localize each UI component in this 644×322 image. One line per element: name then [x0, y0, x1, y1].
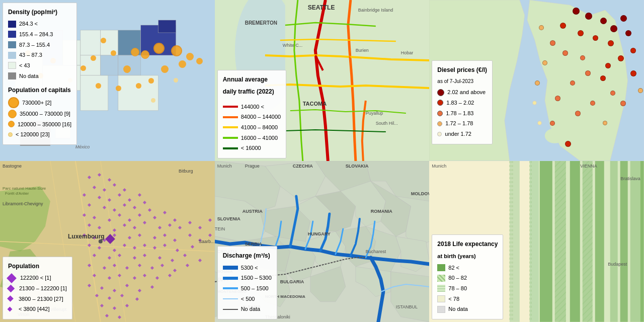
population-label-2: 21300 – 122200 [1] — [19, 284, 67, 293]
burien-label: Burien — [356, 48, 369, 53]
diamond-marker — [108, 296, 111, 300]
capitals-legend-title: Population of capitals — [8, 85, 71, 95]
diamond-marker — [103, 266, 106, 270]
luxembourg-city-label: Luxembourg — [68, 233, 105, 240]
density-legend-item-2: 155.4 – 284.3 — [8, 30, 71, 39]
diesel-dot — [610, 25, 617, 32]
diamond-marker — [113, 233, 116, 237]
diesel-dot — [593, 35, 598, 41]
density-legend-item-3: 87.3 – 155.4 — [8, 40, 71, 50]
diesel-dot — [560, 23, 566, 29]
capitals-label-3: 120000 – 350000 [16] — [18, 120, 71, 129]
munich-label: Munich — [217, 164, 232, 169]
traffic-swatch-2 — [223, 116, 238, 118]
diamond-marker — [108, 256, 111, 260]
svg-rect-36 — [540, 161, 552, 322]
traffic-label-2: 84000 – 144000 — [241, 112, 281, 122]
diamond-marker — [158, 226, 162, 229]
discharge-item-1: 5300 < — [223, 263, 272, 273]
diamond-marker — [148, 208, 151, 212]
diesel-dot — [610, 91, 615, 96]
diamond-marker — [98, 226, 101, 229]
capitals-legend-item-3: 120000 – 350000 [16] — [8, 120, 71, 129]
population-diamond-3 — [7, 296, 14, 302]
diamond-marker — [158, 256, 162, 260]
bastogne-label: Bastogne — [3, 164, 22, 169]
lifeexp-label-3: 78 – 80 — [448, 284, 467, 293]
diesel-dot — [620, 15, 627, 22]
population-legend-title: Population — [8, 261, 67, 271]
panel-river-discharge: Prague CZECHIA SLOVAKIA AUSTRIA HUNGARY … — [215, 161, 430, 322]
diamond-marker — [168, 223, 172, 227]
population-item-2: 21300 – 122200 [1] — [8, 284, 67, 293]
diamond-marker — [113, 183, 116, 187]
diamond-marker — [153, 216, 156, 219]
diesel-dot — [580, 55, 585, 60]
diamond-marker — [108, 276, 111, 280]
czechia-label: CZECHIA — [293, 164, 313, 169]
diesel-dot — [555, 96, 560, 101]
diamond-marker — [88, 264, 91, 267]
diamond-marker — [88, 284, 91, 287]
diesel-item-3: 1.78 – 1.83 — [437, 109, 487, 118]
whitecenter-label: White C... — [283, 43, 303, 48]
slovakia-label: SLOVAKIA — [346, 164, 369, 169]
diamond-marker — [143, 244, 146, 247]
svg-rect-42 — [610, 161, 618, 322]
capital-swatch-4 — [8, 132, 13, 137]
diamond-marker — [173, 238, 177, 242]
bulgaria-label: BULGARIA — [280, 279, 304, 284]
diamond-marker — [123, 188, 126, 192]
diamond-marker — [133, 276, 136, 280]
diamond-marker — [118, 274, 121, 277]
population-item-1: 122200 < [1] — [8, 273, 67, 283]
diesel-dot — [537, 121, 542, 125]
diesel-dot — [585, 70, 591, 76]
traffic-item-4: 16000 – 41000 — [223, 133, 281, 143]
traffic-label-5: < 16000 — [241, 143, 261, 153]
svg-rect-53 — [583, 161, 593, 322]
diesel-legend: Diesel prices (€/l) as of 7-Jul-2023 2.0… — [432, 60, 493, 144]
diamond-marker — [198, 226, 202, 229]
density-swatch-1 — [8, 21, 16, 28]
diamond-marker — [138, 193, 141, 197]
discharge-item-5: No data — [223, 304, 272, 314]
foretnaturel-label: Forêt d'Anlier — [5, 191, 29, 196]
diesel-legend-title: Diesel prices (€/l) — [437, 65, 487, 75]
diamond-marker — [98, 246, 101, 250]
p6-bratislava-label: Bratislava — [620, 176, 640, 181]
p6-munich-label: Munich — [432, 164, 446, 169]
lifeexp-item-2: 80 – 82 — [437, 273, 498, 283]
diamond-marker — [123, 223, 126, 227]
population-label-3: 3800 – 21300 [27] — [19, 294, 63, 304]
hungary-label: HUNGARY — [308, 231, 331, 236]
discharge-swatch-2 — [223, 277, 238, 280]
diesel-swatch-5 — [437, 132, 442, 136]
diamond-marker — [143, 274, 146, 277]
diamond-marker — [113, 249, 116, 252]
traffic-label-1: 144000 < — [241, 102, 264, 112]
diamond-marker — [138, 289, 141, 292]
diesel-dot — [565, 141, 571, 147]
traffic-item-5: < 16000 — [223, 143, 281, 153]
diamond-marker — [88, 176, 91, 179]
discharge-item-3: 500 – 1500 — [223, 284, 272, 293]
diamond-marker — [125, 284, 129, 287]
population-label-1: 122200 < [1] — [20, 273, 51, 283]
diesel-dot — [600, 75, 606, 81]
austria-label: AUSTRIA — [243, 209, 263, 214]
diesel-dot — [578, 30, 584, 36]
density-legend-title: Density (pop/mi²) — [8, 7, 71, 17]
diamond-marker — [113, 208, 116, 212]
diamond-marker — [135, 297, 139, 301]
svg-rect-38 — [595, 161, 604, 322]
capitals-label-1: 730000+ [2] — [22, 98, 51, 108]
lifeexp-legend-title: 2018 Life expectancy — [437, 239, 498, 249]
traffic-swatch-5 — [223, 147, 238, 149]
capital-swatch-1 — [8, 97, 19, 108]
diamond-marker — [173, 269, 177, 272]
population-item-3: 3800 – 21300 [27] — [8, 294, 67, 304]
capitals-label-2: 350000 – 730000 [9] — [20, 109, 70, 119]
diamond-marker — [88, 203, 91, 207]
diamond-marker — [173, 218, 177, 222]
